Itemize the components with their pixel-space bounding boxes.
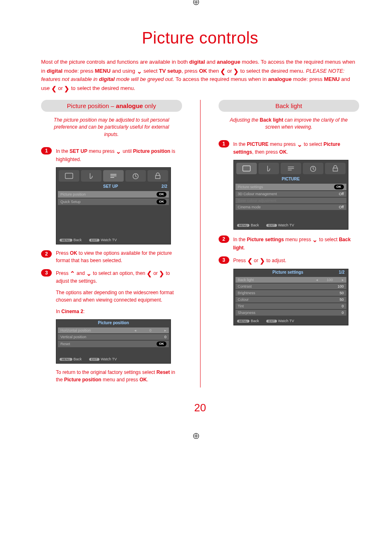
osd-row-label: Reset [60, 342, 70, 346]
osd-row-back-light[interactable]: Back light ◂ 100 ▸ [235, 277, 346, 283]
osd-row-value: 100 [320, 278, 340, 282]
arrow-right-icon: ▸ [342, 278, 344, 282]
menu-pill: MENU [237, 224, 250, 227]
text: mode: press [292, 76, 324, 82]
step-badge: 3 [219, 256, 229, 264]
osd-row-label: Back light [238, 278, 314, 282]
osd-row-label: Picture settings [238, 185, 263, 189]
osd-row-reset[interactable]: Reset OK [58, 341, 169, 347]
exit-pill: EXIT [266, 224, 277, 227]
osd-footer: MENUBack EXITWatch TV [234, 317, 348, 325]
osd-row-sharpness[interactable]: Sharpness 0 [235, 310, 346, 316]
chevron-up-icon: ⌃ [70, 269, 75, 279]
svg-rect-0 [65, 173, 73, 178]
chevron-down-icon: ⌄ [116, 147, 121, 157]
svg-rect-2 [242, 166, 250, 171]
osd-row-value: 50 [339, 291, 344, 295]
osd-picture-position-menu: Picture position Horizontal position ◂ 0… [56, 319, 171, 364]
osd-row-value: Off [339, 192, 344, 196]
audio-tab-icon [258, 163, 279, 174]
osd-row-vertical-position[interactable]: Vertical position 0 [58, 334, 169, 340]
body-text: In Cinema 2: [56, 308, 182, 315]
page-number: 20 [41, 401, 359, 414]
osd-icon-row [234, 160, 348, 176]
chevron-down-icon: ⌄ [137, 67, 142, 76]
osd-foot-watch: Watch TV [101, 357, 117, 361]
osd-footer: MENUBack EXITWatch TV [56, 355, 171, 363]
setup-tab-icon [103, 170, 124, 182]
osd-footer: MENUBack EXITWatch TV [234, 221, 348, 229]
text: then [207, 68, 221, 74]
osd-row-3d-colour[interactable]: 3D Colour management Off [235, 191, 346, 197]
audio-tab-icon [81, 170, 101, 182]
chevron-down-icon: ⌄ [312, 235, 318, 245]
exit-pill: EXIT [89, 239, 100, 242]
text: MENU [324, 76, 339, 82]
text: or [226, 68, 233, 74]
osd-row-brightness[interactable]: Brightness 50 [235, 290, 346, 296]
osd-row-label: Tint [238, 304, 244, 308]
step-text: Press OK to view the options available f… [56, 249, 182, 264]
chevron-right-icon: ❯ [159, 269, 164, 279]
osd-row-cinema-mode[interactable]: Cinema mode Off [235, 204, 346, 210]
osd-foot-back: Back [74, 238, 82, 242]
chevron-right-icon: ❯ [260, 256, 265, 266]
osd-row-label: Colour [238, 297, 249, 302]
section-lead: Adjusting the Back light can improve the… [219, 117, 360, 137]
text: to select the desired menu. [239, 68, 306, 74]
osd-title: SET UP [60, 184, 161, 189]
ok-pill: OK [157, 199, 166, 204]
chevron-left-icon: ❮ [147, 269, 152, 279]
osd-setup-menu: SET UP2/2 Picture position OK Quick Setu… [56, 167, 171, 244]
text: , press [182, 68, 199, 74]
text: digital [189, 59, 205, 65]
text: analogue [116, 102, 143, 109]
osd-row-value: 100 [337, 284, 344, 288]
text: analogue [217, 59, 240, 65]
osd-row-picture-position[interactable]: Picture position OK [58, 191, 169, 198]
arrow-left-icon: ◂ [134, 328, 136, 332]
step-1: 1 In the SET UP menu press ⌄ until Pictu… [41, 146, 182, 163]
step-badge: 3 [41, 269, 52, 277]
osd-header: Picture position [56, 320, 171, 327]
text: and using [111, 68, 137, 74]
step-3: 3 Press ❮ or ❯ to adjust. [219, 256, 360, 265]
step-2: 2 In the Picture settings menu press ⌄ t… [219, 235, 360, 251]
body-text: To return to the original factory settin… [56, 369, 182, 383]
osd-foot-watch: Watch TV [101, 238, 117, 242]
section-lead: The picture position may be adjusted to … [41, 117, 182, 144]
osd-title: Picture settings [237, 270, 339, 274]
osd-page: 2/2 [161, 184, 167, 189]
chevron-left-icon: ❮ [51, 84, 57, 94]
osd-row-tint[interactable]: Tint 0 [235, 303, 346, 309]
osd-row-label: Contrast [238, 284, 252, 288]
chevron-left-icon: ❮ [220, 67, 226, 76]
text: mode will be greyed out. [115, 76, 174, 82]
osd-row-base-colour: Base colour adjustment [235, 198, 346, 203]
arrow-right-icon: ▸ [164, 328, 166, 332]
left-column: Picture position – analogue only The pic… [41, 100, 182, 387]
osd-row-label: Cinema mode [238, 205, 261, 209]
osd-row-colour[interactable]: Colour 50 [235, 297, 346, 302]
osd-row-value: Off [339, 205, 344, 209]
step-badge: 1 [41, 147, 52, 155]
osd-row-picture-settings[interactable]: Picture settings OK [235, 184, 346, 190]
osd-page: 1/2 [339, 270, 345, 274]
osd-foot-back: Back [251, 223, 259, 227]
page-title: Picture controls [41, 29, 359, 47]
text: mode: press [62, 68, 95, 74]
ok-pill: OK [157, 192, 166, 197]
osd-row-quick-setup[interactable]: Quick Setup OK [58, 198, 169, 205]
step-badge: 2 [41, 250, 52, 258]
chevron-down-icon: ⌄ [86, 269, 92, 279]
osd-row-horizontal-position[interactable]: Horizontal position ◂ 0 ▸ [58, 327, 169, 333]
osd-title: PICTURE [237, 177, 345, 181]
osd-title: Picture position [60, 321, 167, 325]
osd-row-label: Base colour adjustment [238, 198, 277, 203]
osd-row-contrast[interactable]: Contrast 100 [235, 284, 346, 289]
ok-pill: OK [157, 341, 166, 346]
text: only [143, 102, 156, 109]
step-text: In the SET UP menu press ⌄ until Picture… [56, 146, 182, 163]
step-3: 3 Press ⌃ and ⌄ to select an option, the… [41, 268, 182, 285]
step-badge: 1 [219, 140, 229, 148]
